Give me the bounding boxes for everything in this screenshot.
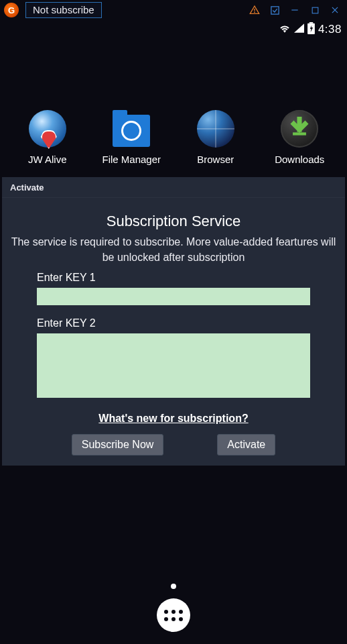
svg-rect-4 bbox=[312, 7, 318, 13]
app-label: Browser bbox=[197, 154, 234, 165]
panel-description: The service is required to subscribe. Mo… bbox=[10, 234, 337, 265]
svg-marker-7 bbox=[294, 23, 304, 33]
page-indicator-dot bbox=[171, 584, 176, 589]
download-icon bbox=[281, 110, 318, 148]
maximize-button[interactable] bbox=[309, 5, 320, 15]
app-file-manager[interactable]: File Manager bbox=[90, 109, 174, 165]
app-label: JW Alive bbox=[28, 154, 67, 165]
app-drawer-button[interactable] bbox=[157, 598, 190, 632]
close-button[interactable] bbox=[330, 5, 340, 15]
battery-icon bbox=[307, 22, 315, 37]
wifi-icon bbox=[279, 23, 291, 36]
key1-input[interactable] bbox=[37, 288, 310, 305]
panel-title: Subscription Service bbox=[17, 213, 330, 230]
svg-rect-2 bbox=[271, 6, 278, 13]
jw-alive-icon bbox=[29, 110, 66, 148]
device-status-bar: 4:38 bbox=[0, 20, 347, 39]
whats-new-link[interactable]: What's new for subscription? bbox=[98, 413, 248, 424]
subscription-panel: Activate Subscription Service The servic… bbox=[2, 177, 345, 466]
activate-button[interactable]: Activate bbox=[217, 434, 275, 455]
app-browser[interactable]: Browser bbox=[174, 109, 258, 165]
check-icon[interactable] bbox=[269, 5, 280, 15]
home-screen: JW Alive File Manager Browser Downloads bbox=[0, 39, 347, 177]
app-logo-icon: G bbox=[4, 3, 19, 17]
status-time: 4:38 bbox=[318, 23, 342, 36]
app-label: File Manager bbox=[102, 154, 161, 165]
app-downloads[interactable]: Downloads bbox=[258, 109, 342, 165]
key2-label: Enter KEY 2 bbox=[37, 317, 310, 329]
tab-activate[interactable]: Activate bbox=[2, 177, 345, 198]
app-jw-alive[interactable]: JW Alive bbox=[5, 109, 90, 165]
svg-rect-8 bbox=[309, 22, 313, 23]
app-label: Downloads bbox=[275, 154, 324, 165]
globe-icon bbox=[197, 110, 234, 148]
warning-icon[interactable] bbox=[249, 5, 260, 15]
subscription-status-badge[interactable]: Not subscribe bbox=[25, 2, 102, 18]
minimize-button[interactable] bbox=[289, 5, 300, 15]
svg-point-1 bbox=[255, 12, 255, 13]
signal-icon bbox=[294, 23, 304, 36]
subscribe-button[interactable]: Subscribe Now bbox=[72, 434, 164, 455]
key1-label: Enter KEY 1 bbox=[37, 272, 310, 284]
window-titlebar: G Not subscribe bbox=[0, 0, 347, 20]
svg-rect-11 bbox=[293, 132, 306, 135]
key2-input[interactable] bbox=[37, 333, 310, 398]
folder-icon bbox=[113, 115, 150, 147]
